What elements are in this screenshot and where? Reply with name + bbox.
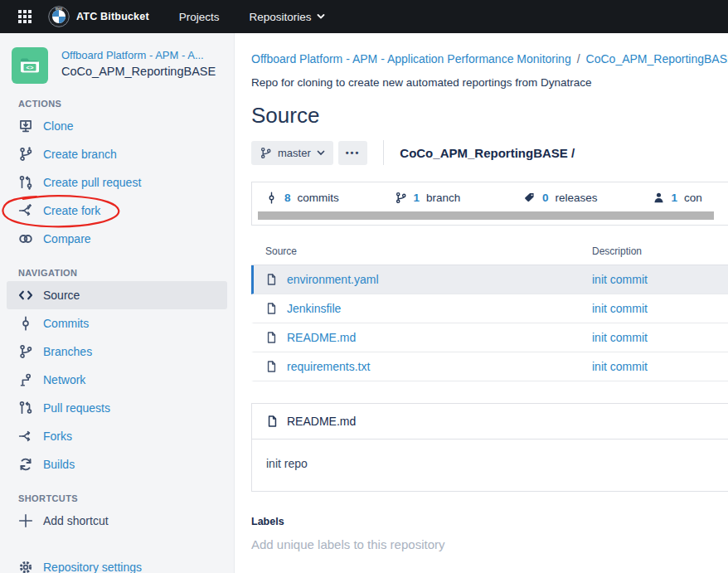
commit-message-link[interactable]: init commit xyxy=(592,331,648,344)
sidebar-item-create-branch[interactable]: Create branch xyxy=(0,140,234,168)
repo-description: Repo for cloning to create new automated… xyxy=(251,76,728,89)
section-actions: ACTIONS xyxy=(18,99,234,109)
sidebar-item-commits[interactable]: Commits xyxy=(0,309,234,337)
branch-icon xyxy=(395,192,407,204)
labels-section: Labels Add unique labels to this reposit… xyxy=(251,516,728,551)
labels-input-placeholder[interactable]: Add unique labels to this repository xyxy=(251,537,728,551)
sidebar-item-source[interactable]: Source xyxy=(7,281,227,309)
branch-selector-button[interactable]: master xyxy=(251,141,333,165)
breadcrumb-repo-link[interactable]: CoCo_APM_ReportingBASE xyxy=(586,52,728,66)
sidebar-item-compare[interactable]: Compare xyxy=(0,225,234,253)
column-description: Description xyxy=(592,245,642,257)
file-link[interactable]: environment.yaml xyxy=(287,273,379,286)
file-icon xyxy=(265,273,278,286)
stat-contributors[interactable]: 1con xyxy=(653,192,728,204)
sidebar-repo-name: CoCo_APM_ReportingBASE xyxy=(61,65,216,78)
divider xyxy=(383,140,384,165)
table-row[interactable]: requirements.txt init commit xyxy=(251,352,728,381)
file-link[interactable]: Jenkinsfile xyxy=(287,302,341,315)
file-icon xyxy=(265,360,278,373)
nav-projects[interactable]: Projects xyxy=(179,11,220,23)
file-icon xyxy=(265,331,278,344)
sidebar-item-create-fork[interactable]: Create fork xyxy=(0,197,234,225)
chevron-down-icon xyxy=(317,150,325,156)
sidebar-item-repository-settings[interactable]: Repository settings xyxy=(0,553,234,573)
sidebar-item-clone[interactable]: Clone xyxy=(0,112,234,140)
file-table: Source Description environment.yaml init… xyxy=(251,245,728,381)
file-table-header: Source Description xyxy=(251,245,728,265)
page-title: Source xyxy=(251,103,728,129)
svg-text:BMW: BMW xyxy=(56,7,63,11)
file-icon xyxy=(266,415,279,428)
readme-body: init repo xyxy=(252,439,728,491)
current-path: CoCo_APM_ReportingBASE / xyxy=(400,146,575,160)
main-content: Offboard Platform - APM - Application Pe… xyxy=(235,33,728,573)
sidebar-item-forks[interactable]: Forks xyxy=(0,422,234,450)
fork-icon xyxy=(18,203,33,218)
stat-branches[interactable]: 1branch xyxy=(395,192,524,204)
brand-title: ATC Bitbucket xyxy=(76,11,149,22)
horizontal-scrollbar[interactable] xyxy=(258,211,714,220)
forks-icon xyxy=(18,429,33,444)
clone-icon xyxy=(18,119,33,134)
code-folder-icon: <> xyxy=(18,54,41,77)
commit-icon xyxy=(18,316,33,331)
branches-icon xyxy=(18,344,33,359)
commit-message-link[interactable]: init commit xyxy=(592,360,648,373)
person-icon xyxy=(653,192,665,204)
sidebar-item-network[interactable]: Network xyxy=(0,366,234,394)
compare-icon xyxy=(18,231,33,246)
sidebar-project-link[interactable]: Offboard Platform - APM - A... xyxy=(61,49,216,61)
builds-icon xyxy=(18,457,33,472)
branch-icon xyxy=(18,147,33,162)
readme-filename: README.md xyxy=(287,415,356,428)
breadcrumb-project-link[interactable]: Offboard Platform - APM - Application Pe… xyxy=(251,52,571,66)
stat-commits[interactable]: 8commits xyxy=(265,192,395,204)
plus-icon xyxy=(18,513,33,528)
table-row[interactable]: README.md init commit xyxy=(251,323,728,352)
branch-icon xyxy=(260,147,272,159)
file-link[interactable]: requirements.txt xyxy=(287,360,370,373)
sidebar-item-branches[interactable]: Branches xyxy=(0,337,234,366)
repo-header: <> Offboard Platform - APM - A... CoCo_A… xyxy=(0,33,234,84)
more-actions-button[interactable]: ••• xyxy=(338,141,368,165)
sidebar: <> Offboard Platform - APM - A... CoCo_A… xyxy=(0,33,235,573)
svg-text:<>: <> xyxy=(27,64,34,71)
sidebar-item-create-pull-request[interactable]: Create pull request xyxy=(0,168,234,197)
sidebar-item-builds[interactable]: Builds xyxy=(0,450,234,478)
file-link[interactable]: README.md xyxy=(287,331,356,344)
app-switcher-icon[interactable] xyxy=(18,10,32,23)
source-code-icon xyxy=(18,288,33,303)
pull-request-icon xyxy=(18,175,33,190)
network-icon xyxy=(18,372,33,387)
commit-icon xyxy=(265,192,278,204)
repo-avatar[interactable]: <> xyxy=(12,47,48,84)
table-row[interactable]: Jenkinsfile init commit xyxy=(251,294,728,323)
bmw-logo-icon: BMW xyxy=(48,6,70,27)
sidebar-item-pull-requests[interactable]: Pull requests xyxy=(0,394,234,422)
nav-repositories[interactable]: Repositories xyxy=(250,11,325,23)
tag-icon xyxy=(523,192,536,204)
gear-icon xyxy=(18,560,33,573)
pull-requests-icon xyxy=(18,401,33,415)
top-navbar: BMW ATC Bitbucket Projects Repositories xyxy=(0,0,728,33)
column-source: Source xyxy=(251,245,592,257)
chevron-down-icon xyxy=(317,13,325,20)
readme-header[interactable]: README.md xyxy=(252,404,728,439)
labels-title: Labels xyxy=(251,516,728,527)
section-navigation: NAVIGATION xyxy=(18,268,234,278)
branch-toolbar: master ••• CoCo_APM_ReportingBASE / xyxy=(251,140,728,165)
section-shortcuts: SHORTCUTS xyxy=(18,493,234,503)
repo-stats-bar: 8commits 1branch 0releases xyxy=(251,182,728,226)
stat-releases[interactable]: 0releases xyxy=(523,192,653,204)
readme-card: README.md init repo xyxy=(251,403,728,492)
sidebar-item-add-shortcut[interactable]: Add shortcut xyxy=(0,507,234,535)
commit-message-link[interactable]: init commit xyxy=(592,302,648,315)
table-row[interactable]: environment.yaml init commit xyxy=(251,265,728,294)
breadcrumb: Offboard Platform - APM - Application Pe… xyxy=(251,52,728,66)
file-icon xyxy=(265,302,278,315)
commit-message-link[interactable]: init commit xyxy=(592,273,648,286)
